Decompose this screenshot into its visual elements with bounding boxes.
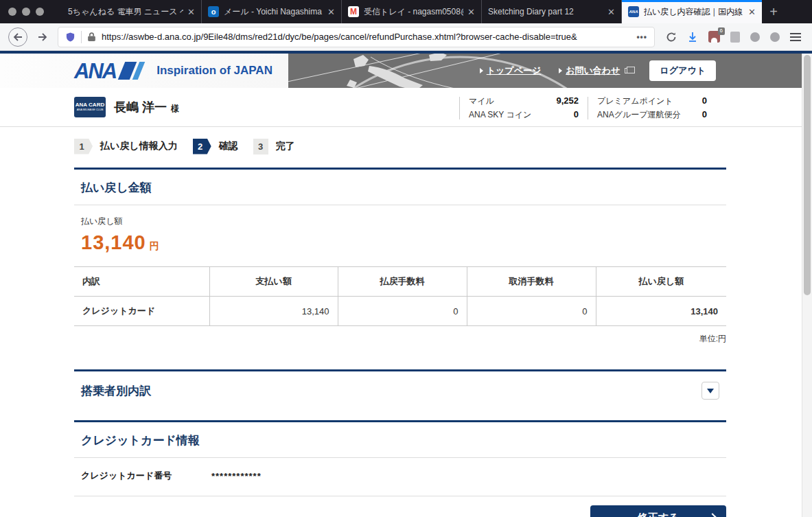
passenger-breakdown-section: 搭乗者別内訳	[74, 369, 726, 409]
card-number-value: ************	[211, 471, 262, 481]
navigation-toolbar: https://aswbe-d.ana.co.jp/9Eile48/dms/re…	[0, 23, 812, 51]
extension-badge: 6	[718, 27, 725, 35]
ana-icon: ANA	[628, 6, 639, 17]
arrow-right-icon	[559, 68, 562, 73]
stat-sky-coin: ANA SKY コイン0	[469, 109, 579, 121]
browser-window: 5ちゃんねる 電車男 ニュース ヘッド ✕ o メール - Yoichi Nag…	[0, 0, 812, 517]
external-link-icon	[625, 68, 631, 73]
top-page-link[interactable]: トップページ	[480, 65, 542, 77]
arrow-right-icon	[480, 68, 483, 73]
header-nav: トップページ お問い合わせ ログアウト	[480, 54, 716, 88]
reader-extension-icon[interactable]	[730, 32, 740, 43]
extension-icon[interactable]	[770, 32, 780, 42]
window-controls	[0, 0, 54, 23]
section-title: 搭乗者別内訳	[81, 383, 151, 399]
back-button[interactable]	[8, 27, 27, 47]
col-header: 内訳	[74, 267, 209, 297]
refund-breakdown-table: 内訳 支払い額 払戻手数料 取消手数料 払い戻し額 クレジットカード 13,14…	[74, 266, 726, 326]
refund-amount-label: 払い戻し額	[81, 216, 719, 227]
col-header: 払い戻し額	[596, 267, 726, 297]
close-icon[interactable]: ✕	[607, 8, 615, 16]
minimize-window-button[interactable]	[22, 8, 30, 16]
tracker-blocker-extension-icon[interactable]: 6	[708, 31, 720, 43]
close-icon[interactable]: ✕	[467, 8, 475, 16]
stat-group-flights: ANAグループ運航便分0	[597, 109, 707, 121]
tracking-protection-shield-icon[interactable]	[65, 32, 76, 43]
refund-amount-value: 13,140円	[81, 231, 719, 254]
stat-miles: マイル9,252	[469, 95, 579, 107]
url-text[interactable]: https://aswbe-d.ana.co.jp/9Eile48/dms/re…	[102, 32, 631, 42]
scrollbar[interactable]	[802, 54, 812, 517]
ana-logo-text: ANA	[74, 60, 116, 82]
close-icon[interactable]: ✕	[187, 8, 195, 16]
tab-title: メール - Yoichi Nagashima -	[224, 6, 323, 18]
cell-refund-fee: 0	[338, 297, 467, 326]
lock-icon	[87, 32, 96, 42]
main-content: 1 払い戻し情報入力 2 確認 3 完了 払い戻し金額 払い戻し額 13,140…	[74, 137, 726, 517]
extension-icon[interactable]	[750, 32, 760, 42]
ana-logo[interactable]: ANA Inspiration of JAPAN	[74, 54, 272, 88]
chevron-down-icon	[707, 389, 714, 393]
step-number: 1	[74, 139, 93, 154]
user-name: 長嶋 洋一様	[114, 99, 179, 115]
cell-refund-total: 13,140	[596, 297, 726, 326]
expand-section-button[interactable]	[701, 382, 719, 400]
step-number: 3	[253, 139, 268, 154]
tab-sketching-diary[interactable]: Sketching Diary part 12 ✕	[482, 0, 622, 23]
user-bar: ANA CARD ANA MILEAGE CLUB 長嶋 洋一様 マイル9,25…	[0, 88, 802, 127]
step-indicator: 1 払い戻し情報入力 2 確認 3 完了	[74, 137, 726, 156]
step-1-input: 1 払い戻し情報入力	[74, 139, 178, 154]
tab-title: 5ちゃんねる 電車男 ニュース ヘッド	[68, 6, 183, 18]
ana-tagline: Inspiration of JAPAN	[156, 64, 272, 78]
ana-card-badge: ANA CARD ANA MILEAGE CLUB	[74, 97, 106, 117]
col-header: 払戻手数料	[338, 267, 467, 297]
forward-button[interactable]	[33, 27, 52, 47]
close-icon[interactable]: ✕	[748, 8, 756, 16]
tab-strip: 5ちゃんねる 電車男 ニュース ヘッド ✕ o メール - Yoichi Nag…	[62, 0, 785, 23]
refund-amount-section: 払い戻し金額 払い戻し額 13,140円 内訳 支払い額 払戻手数料 取消手数料…	[74, 168, 726, 345]
modify-button[interactable]: 修正する	[590, 505, 726, 517]
tab-bar: 5ちゃんねる 電車男 ニュース ヘッド ✕ o メール - Yoichi Nag…	[0, 0, 812, 23]
tab-5ch-news[interactable]: 5ちゃんねる 電車男 ニュース ヘッド ✕	[62, 0, 202, 23]
section-title: 払い戻し金額	[81, 180, 152, 196]
tab-gmail-inbox[interactable]: M 受信トレイ - nagasm0508@g ✕	[342, 0, 482, 23]
url-bar[interactable]: https://aswbe-d.ana.co.jp/9Eile48/dms/re…	[58, 27, 655, 47]
cell-cancel-fee: 0	[467, 297, 596, 326]
chevron-right-icon	[708, 513, 716, 517]
urlbar-divider	[81, 31, 82, 43]
section-title: クレジットカード情報	[81, 433, 200, 448]
unit-note: 単位:円	[74, 333, 726, 345]
step-3-complete: 3 完了	[253, 139, 295, 154]
table-header-row: 内訳 支払い額 払戻手数料 取消手数料 払い戻し額	[74, 267, 726, 297]
tab-title: 払い戻し内容確認｜国内線	[644, 6, 744, 18]
site-header: ANA Inspiration of JAPAN トップページ お問い合わせ ロ…	[0, 54, 802, 88]
outlook-icon: o	[208, 6, 219, 17]
new-tab-button[interactable]: +	[762, 0, 785, 23]
logout-button[interactable]: ログアウト	[649, 60, 716, 81]
col-header: 支払い額	[209, 267, 338, 297]
step-number: 2	[193, 139, 211, 154]
card-number-row: クレジットカード番号 ************	[74, 458, 726, 496]
cell-paid-amount: 13,140	[209, 297, 338, 326]
zoom-window-button[interactable]	[36, 8, 44, 16]
download-icon[interactable]	[687, 32, 698, 43]
toolbar-icons: 6	[660, 31, 804, 43]
stat-premium-points: プレミアムポイント0	[597, 95, 707, 107]
close-icon[interactable]: ✕	[327, 8, 335, 16]
reload-icon[interactable]	[666, 32, 677, 43]
tab-ana-refund-active[interactable]: ANA 払い戻し内容確認｜国内線 ✕	[622, 0, 762, 23]
page-actions-icon[interactable]: •••	[636, 32, 647, 42]
table-row: クレジットカード 13,140 0 0 13,140	[74, 297, 726, 326]
honorific: 様	[171, 104, 179, 113]
mileage-stats: マイル9,252 ANA SKY コイン0 プレミアムポイント0 ANAグループ…	[459, 95, 716, 121]
step-2-confirm: 2 確認	[193, 139, 238, 154]
contact-link[interactable]: お問い合わせ	[559, 65, 631, 77]
card-number-label: クレジットカード番号	[81, 470, 211, 482]
credit-card-section: クレジットカード情報 クレジットカード番号 ************	[74, 420, 726, 496]
tab-outlook-mail[interactable]: o メール - Yoichi Nagashima - ✕	[202, 0, 342, 23]
menu-icon[interactable]	[790, 33, 801, 41]
scrollbar-thumb[interactable]	[804, 55, 811, 295]
col-header: 取消手数料	[467, 267, 596, 297]
close-window-button[interactable]	[8, 8, 16, 16]
cell-payment-method: クレジットカード	[74, 297, 209, 326]
